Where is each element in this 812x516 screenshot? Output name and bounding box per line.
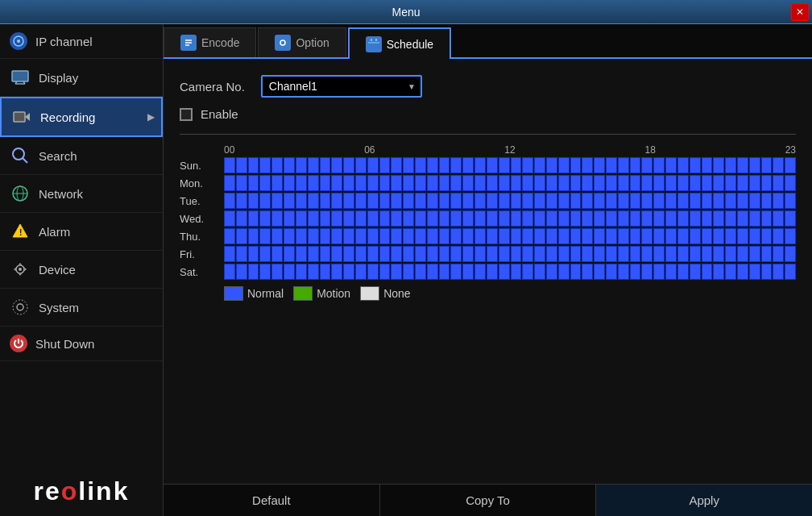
grid-cell-fri-27[interactable] — [546, 246, 557, 262]
grid-cell-mon-42[interactable] — [725, 175, 736, 191]
grid-cell-tue-20[interactable] — [462, 193, 474, 209]
grid-cell-fri-5[interactable] — [284, 246, 295, 262]
grid-cell-wed-13[interactable] — [379, 210, 391, 227]
grid-cell-sat-44[interactable] — [749, 264, 760, 280]
grid-cell-sun-41[interactable] — [713, 157, 724, 173]
grid-cell-tue-31[interactable] — [594, 193, 605, 209]
apply-button[interactable]: Apply — [595, 485, 812, 516]
grid-cell-sat-3[interactable] — [259, 264, 271, 280]
grid-cell-sun-7[interactable] — [308, 157, 319, 173]
grid-cell-mon-27[interactable] — [546, 175, 557, 191]
grid-cell-tue-12[interactable] — [367, 193, 379, 209]
camera-select[interactable]: Channel1 Channel2 Channel3 Channel4 — [261, 75, 422, 98]
grid-cell-sun-17[interactable] — [427, 157, 438, 173]
grid-cell-fri-35[interactable] — [641, 246, 652, 262]
grid-cell-tue-32[interactable] — [606, 193, 617, 209]
grid-cell-thu-45[interactable] — [761, 228, 773, 244]
grid-cell-fri-26[interactable] — [534, 246, 545, 262]
grid-cell-fri-44[interactable] — [749, 246, 760, 262]
grid-cell-wed-24[interactable] — [511, 210, 522, 227]
grid-cell-wed-14[interactable] — [391, 210, 402, 227]
grid-cell-thu-41[interactable] — [713, 228, 724, 244]
grid-cell-fri-15[interactable] — [403, 246, 414, 262]
enable-checkbox[interactable] — [180, 108, 193, 121]
grid-cell-tue-34[interactable] — [630, 193, 641, 209]
grid-cell-mon-41[interactable] — [713, 175, 724, 191]
grid-cell-fri-45[interactable] — [761, 246, 773, 262]
grid-cell-sun-24[interactable] — [511, 157, 522, 173]
grid-cell-thu-27[interactable] — [546, 228, 557, 244]
grid-cell-sun-2[interactable] — [248, 157, 259, 173]
grid-cell-wed-17[interactable] — [427, 210, 438, 227]
grid-cell-mon-3[interactable] — [259, 175, 271, 191]
grid-cell-sun-40[interactable] — [702, 157, 713, 173]
sidebar-item-search[interactable]: Search — [0, 137, 163, 175]
grid-cell-fri-10[interactable] — [343, 246, 354, 262]
grid-cell-tue-22[interactable] — [487, 193, 498, 209]
grid-cell-sun-3[interactable] — [259, 157, 271, 173]
grid-cell-sat-10[interactable] — [343, 264, 354, 280]
grid-cell-thu-2[interactable] — [248, 228, 259, 244]
grid-cell-tue-8[interactable] — [320, 193, 331, 209]
grid-cell-sat-24[interactable] — [511, 264, 522, 280]
grid-cell-sun-4[interactable] — [271, 157, 283, 173]
grid-cell-tue-38[interactable] — [677, 193, 689, 209]
grid-cell-mon-22[interactable] — [487, 175, 498, 191]
grid-cell-wed-15[interactable] — [403, 210, 414, 227]
grid-cell-wed-12[interactable] — [367, 210, 379, 227]
grid-cell-mon-14[interactable] — [391, 175, 402, 191]
grid-cell-sat-38[interactable] — [677, 264, 689, 280]
grid-cell-mon-33[interactable] — [618, 175, 629, 191]
grid-cell-sun-29[interactable] — [570, 157, 582, 173]
grid-cell-sat-4[interactable] — [271, 264, 283, 280]
grid-cell-thu-14[interactable] — [391, 228, 402, 244]
grid-cell-sun-39[interactable] — [690, 157, 701, 173]
grid-cell-wed-6[interactable] — [296, 210, 307, 227]
grid-cell-thu-10[interactable] — [343, 228, 354, 244]
grid-cell-sun-18[interactable] — [439, 157, 450, 173]
grid-cell-fri-42[interactable] — [725, 246, 736, 262]
grid-cell-sat-37[interactable] — [665, 264, 677, 280]
grid-cell-sun-32[interactable] — [606, 157, 617, 173]
grid-cell-wed-37[interactable] — [665, 210, 677, 227]
grid-cell-mon-36[interactable] — [653, 175, 665, 191]
close-button[interactable]: ✕ — [791, 3, 809, 21]
grid-cell-tue-24[interactable] — [511, 193, 522, 209]
grid-cell-tue-18[interactable] — [439, 193, 450, 209]
grid-cell-tue-7[interactable] — [308, 193, 319, 209]
grid-cell-tue-14[interactable] — [391, 193, 402, 209]
grid-cell-fri-13[interactable] — [379, 246, 391, 262]
grid-cell-tue-17[interactable] — [427, 193, 438, 209]
grid-cell-sat-35[interactable] — [641, 264, 652, 280]
grid-cell-sat-8[interactable] — [320, 264, 331, 280]
grid-cell-sun-42[interactable] — [725, 157, 736, 173]
grid-cell-fri-6[interactable] — [296, 246, 307, 262]
grid-cell-sun-6[interactable] — [296, 157, 307, 173]
grid-cell-mon-31[interactable] — [594, 175, 605, 191]
grid-cell-sun-13[interactable] — [379, 157, 391, 173]
grid-cell-wed-44[interactable] — [749, 210, 760, 227]
grid-cell-sat-36[interactable] — [653, 264, 665, 280]
grid-cell-tue-6[interactable] — [296, 193, 307, 209]
grid-cell-thu-24[interactable] — [511, 228, 522, 244]
grid-cell-thu-26[interactable] — [534, 228, 545, 244]
grid-cell-wed-21[interactable] — [474, 210, 486, 227]
grid-cell-tue-9[interactable] — [331, 193, 342, 209]
grid-cell-mon-28[interactable] — [558, 175, 570, 191]
grid-cell-mon-25[interactable] — [522, 175, 533, 191]
copy-to-button[interactable]: Copy To — [379, 485, 596, 516]
grid-cell-sat-43[interactable] — [737, 264, 748, 280]
grid-cell-fri-25[interactable] — [522, 246, 533, 262]
grid-cell-sat-20[interactable] — [462, 264, 474, 280]
grid-cell-thu-31[interactable] — [594, 228, 605, 244]
grid-cell-sun-37[interactable] — [665, 157, 677, 173]
grid-cell-tue-23[interactable] — [499, 193, 510, 209]
grid-cell-mon-35[interactable] — [641, 175, 652, 191]
grid-cell-fri-32[interactable] — [606, 246, 617, 262]
grid-cell-thu-36[interactable] — [653, 228, 665, 244]
grid-cell-wed-23[interactable] — [499, 210, 510, 227]
grid-cell-wed-35[interactable] — [641, 210, 652, 227]
grid-cell-sun-33[interactable] — [618, 157, 629, 173]
grid-cell-thu-19[interactable] — [450, 228, 462, 244]
grid-cell-wed-18[interactable] — [439, 210, 450, 227]
